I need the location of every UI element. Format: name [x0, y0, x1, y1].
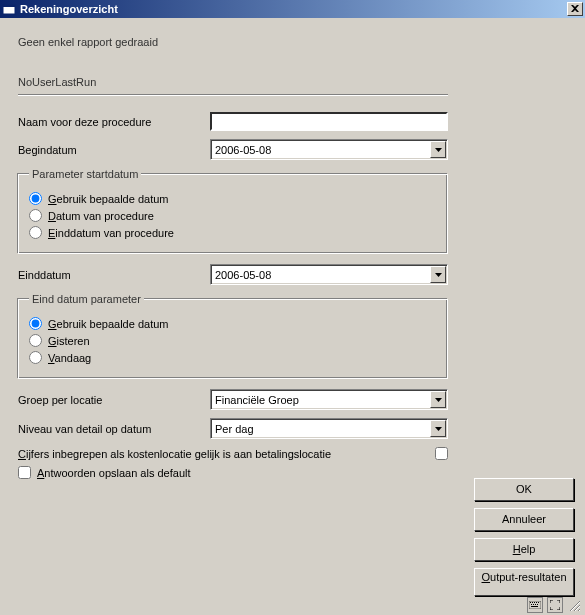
ok-button[interactable]: OK	[474, 478, 574, 501]
svg-rect-11	[537, 604, 538, 605]
detail-level-label: Niveau van detail op datum	[18, 423, 210, 435]
last-user-label: NoUserLastRun	[18, 76, 456, 88]
chevron-down-icon	[430, 141, 446, 158]
status-message: Geen enkel rapport gedraaid	[18, 36, 456, 48]
start-date-param-legend: Parameter startdatum	[29, 168, 141, 180]
radio-end-procedure-date[interactable]: Einddatum van procedure	[29, 226, 437, 239]
radio-input[interactable]	[29, 351, 42, 364]
svg-rect-8	[531, 604, 532, 605]
window-title: Rekeningoverzicht	[20, 3, 567, 15]
begin-date-label: Begindatum	[18, 144, 210, 156]
end-date-param-group: Eind datum parameter Gebruik bepaalde da…	[18, 293, 448, 379]
svg-rect-10	[535, 604, 536, 605]
svg-line-18	[579, 610, 580, 611]
svg-rect-4	[532, 602, 533, 603]
statusbar	[525, 595, 585, 615]
svg-rect-1	[3, 5, 15, 7]
resize-grip[interactable]	[567, 598, 581, 612]
detail-level-select[interactable]: Per dag	[210, 418, 448, 439]
svg-rect-9	[533, 604, 534, 605]
expand-icon[interactable]	[547, 597, 563, 613]
titlebar: Rekeningoverzicht	[0, 0, 585, 18]
svg-rect-5	[534, 602, 535, 603]
keyboard-icon[interactable]	[527, 597, 543, 613]
group-location-value: Financiële Groep	[215, 394, 430, 406]
app-icon	[2, 2, 16, 16]
button-panel: OK Annuleer Help Output-resultaten	[470, 18, 585, 615]
help-button[interactable]: Help	[474, 538, 574, 561]
radio-input[interactable]	[29, 192, 42, 205]
radio-yesterday[interactable]: Gisteren	[29, 334, 437, 347]
detail-level-value: Per dag	[215, 423, 430, 435]
cancel-button[interactable]: Annuleer	[474, 508, 574, 531]
group-location-label: Groep per locatie	[18, 394, 210, 406]
chevron-down-icon	[430, 391, 446, 408]
procedure-name-input[interactable]	[210, 112, 448, 131]
radio-use-specific-date-start[interactable]: Gebruik bepaalde datum	[29, 192, 437, 205]
procedure-name-label: Naam voor deze procedure	[18, 116, 210, 128]
end-date-select[interactable]: 2006-05-08	[210, 264, 448, 285]
svg-rect-12	[531, 606, 538, 607]
divider	[18, 94, 448, 96]
end-date-label: Einddatum	[18, 269, 210, 281]
start-date-param-group: Parameter startdatum Gebruik bepaalde da…	[18, 168, 448, 254]
save-default-checkbox[interactable]	[18, 466, 31, 479]
close-button[interactable]	[567, 2, 583, 16]
output-results-button[interactable]: Output-resultaten	[474, 568, 574, 596]
end-date-value: 2006-05-08	[215, 269, 430, 281]
group-location-select[interactable]: Financiële Groep	[210, 389, 448, 410]
save-default-checkbox-row[interactable]: Antwoorden opslaan als default	[18, 466, 456, 479]
figures-checkbox[interactable]	[435, 447, 448, 460]
svg-rect-7	[538, 602, 539, 603]
radio-use-specific-date-end[interactable]: Gebruik bepaalde datum	[29, 317, 437, 330]
form-panel: Geen enkel rapport gedraaid NoUserLastRu…	[0, 18, 470, 615]
radio-input[interactable]	[29, 226, 42, 239]
figures-checkbox-row[interactable]: Cijfers inbegrepen als kostenlocatie gel…	[18, 447, 448, 460]
chevron-down-icon	[430, 266, 446, 283]
begin-date-select[interactable]: 2006-05-08	[210, 139, 448, 160]
svg-rect-3	[530, 602, 531, 603]
radio-input[interactable]	[29, 334, 42, 347]
chevron-down-icon	[430, 420, 446, 437]
radio-procedure-date[interactable]: Datum van procedure	[29, 209, 437, 222]
radio-today[interactable]: Vandaag	[29, 351, 437, 364]
svg-rect-6	[536, 602, 537, 603]
begin-date-value: 2006-05-08	[215, 144, 430, 156]
radio-input[interactable]	[29, 317, 42, 330]
radio-input[interactable]	[29, 209, 42, 222]
end-date-param-legend: Eind datum parameter	[29, 293, 144, 305]
